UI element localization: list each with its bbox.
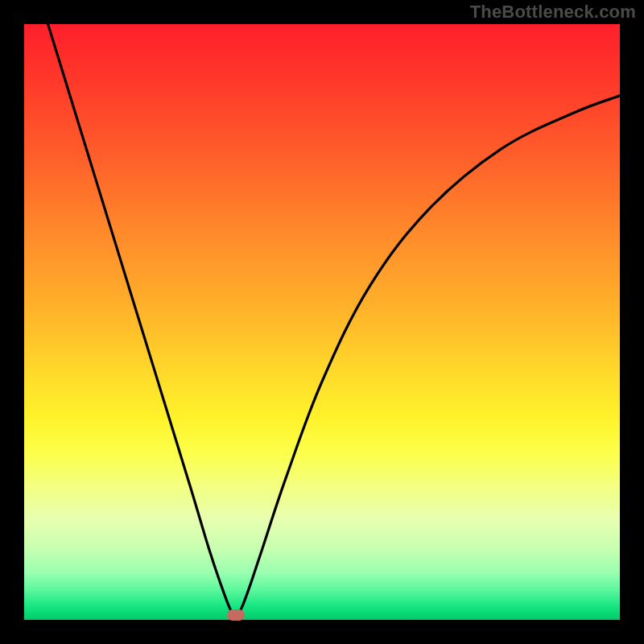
optimum-marker [227, 609, 245, 621]
watermark-text: TheBottleneck.com [470, 2, 636, 23]
curve-svg [24, 24, 620, 620]
bottleneck-curve-path [48, 24, 620, 617]
chart-frame: TheBottleneck.com [0, 0, 644, 644]
plot-area [24, 24, 620, 620]
